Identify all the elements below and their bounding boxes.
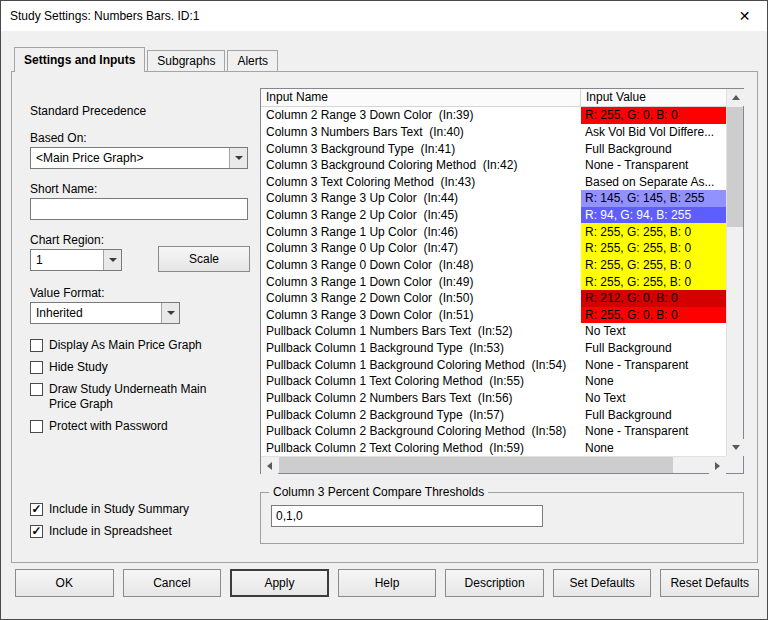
input-value-cell: R: 145, G: 145, B: 255 bbox=[581, 190, 726, 207]
scroll-down-icon[interactable] bbox=[727, 439, 744, 456]
checkbox-label: Protect with Password bbox=[49, 419, 168, 434]
reset-defaults-button[interactable]: Reset Defaults bbox=[660, 569, 759, 597]
input-value-cell: R: 255, G: 0, B: 0 bbox=[581, 107, 726, 124]
tab-subgraphs[interactable]: Subgraphs bbox=[147, 50, 225, 71]
vertical-scrollbar[interactable] bbox=[726, 89, 743, 456]
table-row[interactable]: Column 3 Range 3 Up Color (In:44)R: 145,… bbox=[261, 190, 726, 207]
checkbox-include-in-study-summary[interactable]: ✓Include in Study Summary bbox=[30, 502, 189, 517]
table-row[interactable]: Column 3 Numbers Bars Text (In:40)Ask Vo… bbox=[261, 124, 726, 141]
input-value-cell: None - Transparent bbox=[581, 423, 726, 440]
ok-button[interactable]: OK bbox=[15, 569, 114, 597]
table-row[interactable]: Pullback Column 1 Background Coloring Me… bbox=[261, 356, 726, 373]
based-on-value: <Main Price Graph> bbox=[31, 148, 229, 168]
input-name-cell: Column 3 Range 0 Down Color (In:48) bbox=[261, 257, 581, 274]
table-row[interactable]: Column 3 Range 0 Down Color (In:48)R: 25… bbox=[261, 257, 726, 274]
help-button[interactable]: Help bbox=[338, 569, 437, 597]
checkbox-label: Include in Study Summary bbox=[49, 502, 189, 517]
chart-region-value: 1 bbox=[31, 250, 103, 270]
input-value-cell: R: 255, G: 255, B: 0 bbox=[581, 257, 726, 274]
set-defaults-button[interactable]: Set Defaults bbox=[553, 569, 652, 597]
input-name-header[interactable]: Input Name bbox=[261, 89, 581, 106]
tab-settings-and-inputs[interactable]: Settings and Inputs bbox=[14, 47, 145, 72]
table-row[interactable]: Column 3 Background Type (In:41)Full Bac… bbox=[261, 140, 726, 157]
cancel-button[interactable]: Cancel bbox=[123, 569, 222, 597]
table-row[interactable]: Pullback Column 1 Numbers Bars Text (In:… bbox=[261, 323, 726, 340]
horizontal-scrollbar-thumb[interactable] bbox=[279, 457, 673, 473]
dropdown-arrow-icon[interactable] bbox=[161, 303, 179, 323]
table-row[interactable]: Pullback Column 1 Background Type (In:53… bbox=[261, 340, 726, 357]
table-row[interactable]: Column 3 Range 2 Up Color (In:45)R: 94, … bbox=[261, 207, 726, 224]
scale-button[interactable]: Scale bbox=[158, 246, 250, 272]
input-name-cell: Column 3 Range 2 Down Color (In:50) bbox=[261, 290, 581, 307]
scroll-right-icon[interactable] bbox=[709, 457, 726, 474]
study-settings-dialog: Study Settings: Numbers Bars. ID:1 ✕ Set… bbox=[0, 0, 768, 620]
based-on-label: Based On: bbox=[30, 131, 87, 145]
scroll-up-icon[interactable] bbox=[727, 89, 744, 106]
inputs-table: Input Name Input Value Column 2 Range 3 … bbox=[260, 88, 744, 474]
table-row[interactable]: Column 2 Range 3 Down Color (In:39)R: 25… bbox=[261, 107, 726, 124]
input-value-cell: Full Background bbox=[581, 140, 726, 157]
table-row[interactable]: Pullback Column 2 Background Coloring Me… bbox=[261, 423, 726, 440]
dropdown-arrow-icon[interactable] bbox=[103, 250, 121, 270]
input-value-cell: R: 255, G: 0, B: 0 bbox=[581, 307, 726, 324]
threshold-group: Column 3 Percent Compare Thresholds bbox=[260, 492, 744, 544]
scroll-left-icon[interactable] bbox=[261, 457, 278, 474]
chart-region-select[interactable]: 1 bbox=[30, 249, 122, 271]
input-name-cell: Column 3 Range 3 Up Color (In:44) bbox=[261, 190, 581, 207]
horizontal-scrollbar[interactable] bbox=[261, 456, 726, 473]
input-value-cell: R: 212, G: 0, B: 0 bbox=[581, 290, 726, 307]
inputs-table-rows: Column 2 Range 3 Down Color (In:39)R: 25… bbox=[261, 107, 726, 456]
title-bar: Study Settings: Numbers Bars. ID:1 ✕ bbox=[1, 1, 767, 31]
value-format-select[interactable]: Inherited bbox=[30, 302, 180, 324]
threshold-input[interactable] bbox=[271, 505, 543, 527]
table-row[interactable]: Column 3 Range 1 Up Color (In:46)R: 255,… bbox=[261, 223, 726, 240]
vertical-scrollbar-thumb[interactable] bbox=[727, 107, 743, 227]
summary-group: ✓Include in Study Summary✓Include in Spr… bbox=[30, 502, 189, 546]
table-row[interactable]: Pullback Column 2 Background Type (In:57… bbox=[261, 406, 726, 423]
button-row: OKCancelApplyHelpDescriptionSet Defaults… bbox=[15, 569, 759, 597]
checkbox-include-in-spreadsheet[interactable]: ✓Include in Spreadsheet bbox=[30, 524, 189, 539]
input-value-cell: Based on Separate As... bbox=[581, 174, 726, 191]
table-row[interactable]: Column 3 Background Coloring Method (In:… bbox=[261, 157, 726, 174]
input-name-cell: Pullback Column 1 Background Type (In:53… bbox=[261, 340, 581, 357]
inputs-table-header: Input Name Input Value bbox=[261, 89, 726, 107]
input-name-cell: Column 3 Range 3 Down Color (In:51) bbox=[261, 307, 581, 324]
input-value-cell: R: 94, G: 94, B: 255 bbox=[581, 207, 726, 224]
tab-alerts[interactable]: Alerts bbox=[227, 50, 278, 71]
table-row[interactable]: Column 3 Range 0 Up Color (In:47)R: 255,… bbox=[261, 240, 726, 257]
scrollbar-corner bbox=[726, 456, 743, 473]
table-row[interactable]: Column 3 Range 1 Down Color (In:49)R: 25… bbox=[261, 273, 726, 290]
short-name-input[interactable] bbox=[30, 198, 248, 220]
checkbox-label: Display As Main Price Graph bbox=[49, 338, 202, 353]
checkbox-display-as-main-price-graph[interactable]: Display As Main Price Graph bbox=[30, 338, 235, 353]
input-name-cell: Pullback Column 2 Background Type (In:57… bbox=[261, 406, 581, 423]
input-value-cell: Ask Vol Bid Vol Differe... bbox=[581, 124, 726, 141]
dropdown-arrow-icon[interactable] bbox=[229, 148, 247, 168]
checkbox-checked-icon: ✓ bbox=[30, 503, 43, 516]
apply-button[interactable]: Apply bbox=[230, 569, 329, 597]
input-name-cell: Column 2 Range 3 Down Color (In:39) bbox=[261, 107, 581, 124]
input-name-cell: Pullback Column 2 Text Coloring Method (… bbox=[261, 440, 581, 457]
description-button[interactable]: Description bbox=[445, 569, 544, 597]
value-format-label: Value Format: bbox=[30, 286, 104, 300]
checkbox-protect-with-password[interactable]: Protect with Password bbox=[30, 419, 235, 434]
input-value-cell: R: 255, G: 255, B: 0 bbox=[581, 223, 726, 240]
based-on-select[interactable]: <Main Price Graph> bbox=[30, 147, 248, 169]
checkbox-hide-study[interactable]: Hide Study bbox=[30, 360, 235, 375]
close-icon[interactable]: ✕ bbox=[722, 1, 767, 31]
table-row[interactable]: Pullback Column 2 Text Coloring Method (… bbox=[261, 440, 726, 457]
input-value-header[interactable]: Input Value bbox=[581, 89, 726, 106]
checkbox-draw-study-underneath-main-price-graph[interactable]: Draw Study Underneath Main Price Graph bbox=[30, 382, 235, 412]
table-row[interactable]: Pullback Column 2 Numbers Bars Text (In:… bbox=[261, 390, 726, 407]
input-name-cell: Pullback Column 1 Background Coloring Me… bbox=[261, 356, 581, 373]
input-value-cell: None bbox=[581, 440, 726, 457]
checkbox-unchecked-icon bbox=[30, 383, 43, 396]
checkbox-label: Include in Spreadsheet bbox=[49, 524, 172, 539]
input-name-cell: Pullback Column 1 Text Coloring Method (… bbox=[261, 373, 581, 390]
input-name-cell: Column 3 Numbers Bars Text (In:40) bbox=[261, 124, 581, 141]
table-row[interactable]: Column 3 Text Coloring Method (In:43)Bas… bbox=[261, 174, 726, 191]
table-row[interactable]: Pullback Column 1 Text Coloring Method (… bbox=[261, 373, 726, 390]
table-row[interactable]: Column 3 Range 2 Down Color (In:50)R: 21… bbox=[261, 290, 726, 307]
table-row[interactable]: Column 3 Range 3 Down Color (In:51)R: 25… bbox=[261, 307, 726, 324]
checkbox-unchecked-icon bbox=[30, 361, 43, 374]
